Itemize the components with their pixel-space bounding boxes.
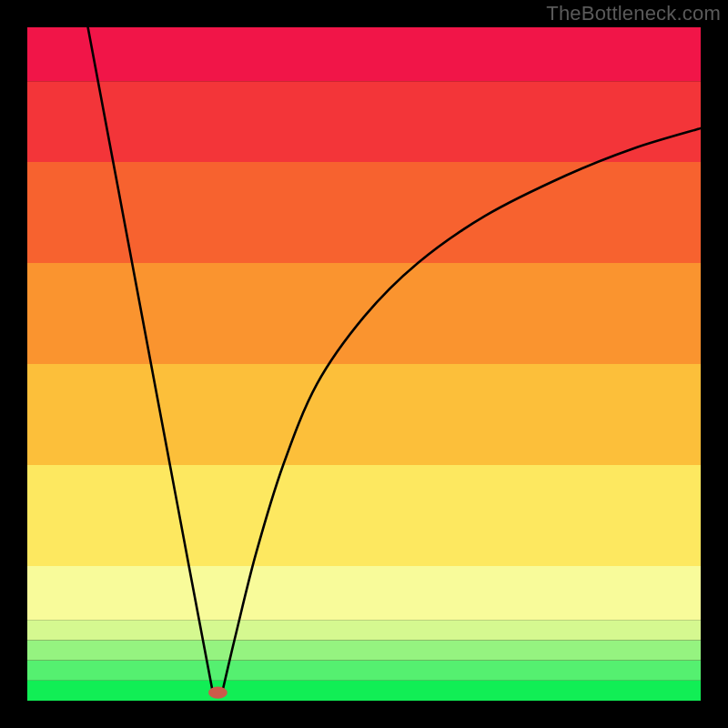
gradient-band — [27, 566, 701, 620]
gradient-band — [27, 81, 701, 162]
gradient-band — [27, 620, 701, 640]
gradient-band — [27, 661, 701, 681]
gradient-background — [27, 27, 701, 701]
chart-plot — [27, 27, 701, 701]
gradient-band — [27, 364, 701, 465]
watermark-text: TheBottleneck.com — [546, 2, 721, 25]
gradient-band — [27, 27, 701, 81]
gradient-band — [27, 681, 701, 701]
optimal-marker — [208, 686, 228, 698]
gradient-band — [27, 465, 701, 566]
chart-frame: TheBottleneck.com — [0, 0, 728, 728]
gradient-band — [27, 263, 701, 364]
gradient-band — [27, 640, 701, 660]
